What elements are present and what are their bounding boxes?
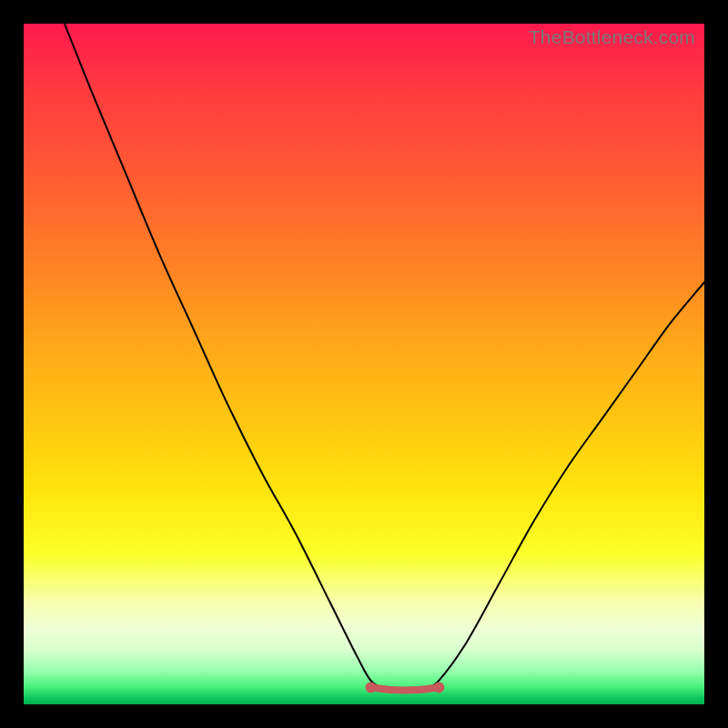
curve-layer bbox=[24, 24, 704, 704]
bottleneck-curve-path bbox=[65, 24, 704, 691]
valley-marker-end-dot bbox=[433, 682, 444, 693]
chart-frame: TheBottleneck.com bbox=[0, 0, 728, 728]
valley-marker-start-dot bbox=[365, 682, 376, 693]
plot-area: TheBottleneck.com bbox=[24, 24, 704, 704]
valley-marker-path bbox=[370, 688, 439, 691]
